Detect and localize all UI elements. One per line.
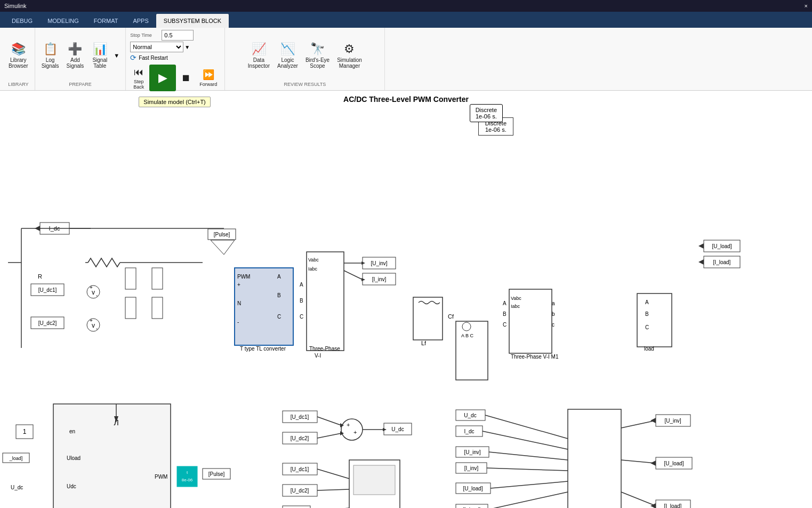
logic-analyzer-label: LogicAnalyzer [277, 57, 298, 69]
log-icon: 📋 [43, 42, 58, 56]
svg-line-145 [487, 468, 568, 471]
svg-text:[U_inv]: [U_inv] [371, 260, 387, 266]
prepare-items: 📋 LogSignals ➕ AddSignals 📊 SignalTable … [38, 30, 123, 81]
svg-text:Vabc: Vabc [511, 296, 521, 301]
logic-analyzer-button[interactable]: 📉 LogicAnalyzer [274, 37, 301, 74]
ribbon-group-library: 📚 LibraryBrowser LIBRARY [2, 28, 35, 90]
svg-line-147 [488, 492, 568, 508]
svg-text:[I_inv]: [I_inv] [464, 465, 479, 471]
discrete-text: Discrete1e-06 s. [476, 107, 497, 120]
step-back-label: StepBack [133, 79, 144, 90]
svg-text:A: A [645, 299, 649, 305]
tab-subsystem[interactable]: SUBSYSTEM BLOCK [156, 14, 229, 28]
svg-text:Cf: Cf [448, 313, 454, 320]
library-icon: 📚 [11, 42, 26, 56]
signal-table-button[interactable]: 📊 SignalTable [88, 37, 111, 74]
svg-line-157 [621, 420, 656, 428]
data-inspector-button[interactable]: 📈 DataInspector [245, 37, 273, 74]
svg-marker-80 [698, 259, 704, 265]
svg-line-52 [344, 271, 363, 280]
svg-text:Vabc: Vabc [308, 257, 319, 263]
run-button-container: ▶ Simulate model (Ctrl+T) [149, 65, 176, 91]
svg-text:-: - [96, 292, 98, 298]
tab-debug[interactable]: DEBUG [4, 14, 40, 28]
svg-text:Iabc: Iabc [308, 266, 318, 272]
svg-rect-119 [353, 465, 395, 495]
library-group-label: LIBRARY [8, 81, 28, 88]
svg-text:B: B [503, 311, 507, 317]
simulation-manager-button[interactable]: ⚙ SimulationManager [334, 37, 365, 74]
ribbon-group-review: 📈 DataInspector 📉 LogicAnalyzer 🔭 Bird's… [225, 28, 385, 90]
stop-time-input[interactable] [162, 30, 194, 41]
sim-manager-icon: ⚙ [344, 42, 355, 56]
simulate-buttons-row: ⏮ StepBack ▶ Simulate model (Ctrl+T) ⏹ ⏩… [130, 65, 220, 91]
diagram-title: AC/DC Three-Level PWM Converter [0, 91, 812, 108]
close-button[interactable]: × [805, 3, 808, 9]
log-signals-button[interactable]: 📋 LogSignals [38, 37, 62, 74]
svg-text:[U_dc1]: [U_dc1] [291, 466, 309, 472]
svg-text:[U_load]: [U_load] [712, 243, 731, 249]
stop-time-row: Stop Time [130, 30, 220, 41]
diagram-svg: I_dc R [U_dc1] [U_dc2] [0, 108, 812, 508]
svg-text:[U_dc2]: [U_dc2] [291, 435, 309, 441]
tab-format[interactable]: FORMAT [86, 14, 126, 28]
forward-label: Forward [199, 82, 217, 87]
step-back-button[interactable]: ⏮ StepBack [130, 65, 147, 91]
svg-line-142 [485, 415, 568, 439]
svg-line-159 [621, 492, 656, 506]
svg-line-112 [317, 417, 341, 425]
svg-rect-129 [568, 409, 621, 508]
svg-text:a: a [552, 300, 555, 306]
library-browser-button[interactable]: 📚 LibraryBrowser [5, 37, 31, 74]
svg-text:N: N [237, 300, 241, 306]
svg-text:U_dc: U_dc [464, 412, 476, 418]
svg-text:1: 1 [23, 428, 27, 435]
svg-text:[U_inv]: [U_inv] [464, 449, 480, 455]
stop-button[interactable]: ⏹ [178, 65, 194, 91]
review-items: 📈 DataInspector 📉 LogicAnalyzer 🔭 Bird's… [245, 30, 365, 81]
library-label: LibraryBrowser [9, 57, 28, 69]
add-label: AddSignals [67, 57, 84, 69]
svg-text:B: B [300, 298, 303, 304]
svg-text:C: C [277, 314, 281, 320]
add-signals-button[interactable]: ➕ AddSignals [63, 37, 87, 74]
svg-text:+: + [353, 429, 357, 435]
svg-line-146 [491, 481, 568, 488]
svg-text:+: + [237, 282, 240, 288]
svg-text:+: + [90, 284, 93, 290]
main-content: AC/DC Three-Level PWM Converter Discrete… [0, 91, 812, 508]
fast-restart-label: Fast Restart [139, 55, 167, 61]
forward-button[interactable]: ⏩ Forward [196, 65, 220, 91]
normal-row: Normal Accelerator Rapid Accelerator ▼ [130, 42, 220, 52]
simulation-mode-select[interactable]: Normal Accelerator Rapid Accelerator [130, 42, 183, 52]
prepare-dropdown[interactable]: ▼ [114, 42, 121, 69]
log-label: LogSignals [42, 57, 59, 69]
svg-rect-93 [177, 466, 197, 487]
svg-text:[U_load]: [U_load] [463, 486, 483, 491]
table-icon: 📊 [93, 42, 107, 56]
svg-text:Lf: Lf [421, 340, 427, 346]
svg-text:A B C: A B C [461, 333, 474, 338]
tab-apps[interactable]: APPS [125, 14, 156, 28]
svg-rect-15 [152, 268, 163, 289]
mode-dropdown-arrow[interactable]: ▼ [184, 44, 190, 50]
diagram-container[interactable]: I_dc R [U_dc1] [U_dc2] [0, 108, 812, 508]
svg-text:en: en [69, 428, 75, 434]
ribbon-content: 📚 LibraryBrowser LIBRARY 📋 LogSignals ➕ … [0, 28, 812, 91]
svg-text:[U_load]: [U_load] [664, 461, 684, 466]
data-inspector-icon: 📈 [252, 42, 266, 56]
birds-eye-icon: 🔭 [310, 42, 325, 56]
svg-text:B: B [645, 311, 649, 317]
svg-text:[Pulse]: [Pulse] [214, 232, 230, 237]
svg-text:C: C [645, 324, 649, 330]
svg-rect-124 [283, 506, 310, 508]
svg-text:U_dc: U_dc [391, 426, 404, 432]
svg-text:T type TL converter: T type TL converter [240, 346, 286, 352]
step-back-container: ⏮ StepBack [130, 65, 147, 91]
discrete-line2: 1e-06 s. [485, 126, 507, 133]
tab-modeling[interactable]: MODELING [40, 14, 86, 28]
svg-rect-16 [125, 297, 136, 319]
run-button[interactable]: ▶ [149, 65, 176, 91]
birds-eye-scope-button[interactable]: 🔭 Bird's-EyeScope [302, 37, 333, 74]
simulate-controls: Stop Time Normal Accelerator Rapid Accel… [130, 30, 220, 62]
